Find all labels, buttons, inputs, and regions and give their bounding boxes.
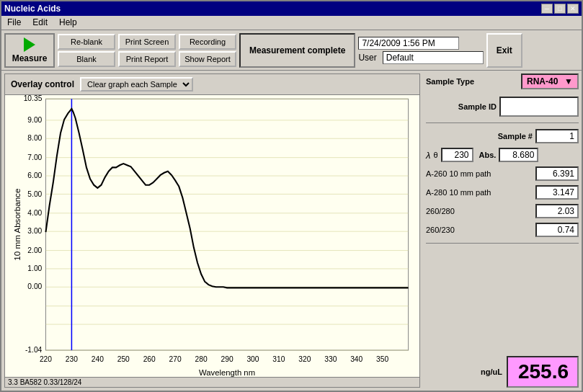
abs-label: Abs. (479, 151, 497, 159)
a260-value: 6.391 (535, 166, 579, 181)
title-bar: Nucleic Acids ─ □ ✕ (1, 1, 582, 16)
exit-button[interactable]: Exit (486, 33, 522, 68)
datetime-section: 7/24/2009 1:56 PM User Default (358, 37, 483, 64)
svg-text:340: 340 (350, 355, 362, 363)
window-title: Nucleic Acids (4, 4, 61, 14)
datetime-row: 7/24/2009 1:56 PM (358, 37, 483, 50)
svg-text:1.00: 1.00 (27, 264, 42, 272)
svg-text:320: 320 (298, 355, 311, 363)
overlay-select[interactable]: Clear graph each Sample (80, 77, 193, 92)
sample-num-field: 1 (535, 129, 579, 143)
sample-id-row: Sample ID (426, 97, 579, 117)
lambda-theta-icon: θ (433, 151, 437, 159)
lambda-input[interactable] (441, 148, 473, 162)
measure-label: Measure (12, 53, 48, 63)
chart-container: 10.35 9.00 8.00 7.00 6.00 5.00 4.00 3.00… (5, 95, 419, 377)
svg-text:8.00: 8.00 (27, 134, 42, 142)
sample-type-dropdown-icon[interactable]: ▼ (564, 76, 573, 86)
measure-button[interactable]: Measure (4, 33, 55, 68)
ratio260-280-value: 2.03 (535, 204, 579, 218)
svg-rect-0 (45, 99, 408, 350)
sample-id-field[interactable] (499, 97, 579, 117)
show-report-button[interactable]: Show Report (179, 51, 236, 67)
ng-ul-label: ng/uL (481, 368, 502, 376)
maximize-button[interactable]: □ (554, 4, 566, 14)
content-area: Overlay control Clear graph each Sample (1, 71, 582, 391)
svg-text:2.00: 2.00 (27, 246, 42, 254)
sample-type-field: RNA-40 ▼ (521, 74, 579, 89)
button-group-2: Print Screen Print Report (118, 34, 176, 67)
button-group-3: Recording Show Report (179, 34, 236, 67)
overlay-label: Overlay control (11, 79, 74, 89)
chart-svg: 10.35 9.00 8.00 7.00 6.00 5.00 4.00 3.00… (5, 95, 419, 377)
svg-text:270: 270 (169, 355, 182, 363)
svg-text:220: 220 (40, 355, 52, 363)
blank-button[interactable]: Blank (58, 51, 115, 67)
svg-text:10.35: 10.35 (24, 95, 43, 102)
sample-id-label: Sample ID (458, 102, 497, 111)
edit-menu[interactable]: Edit (30, 17, 50, 28)
print-screen-button[interactable]: Print Screen (118, 34, 176, 50)
measure-icon (24, 37, 35, 52)
a280-value: 3.147 (535, 185, 579, 200)
main-window: Nucleic Acids ─ □ ✕ File Edit Help Measu… (0, 0, 583, 392)
sample-type-label: Sample Type (426, 77, 474, 86)
a260-label: A-260 10 mm path (426, 169, 491, 178)
svg-text:5.00: 5.00 (27, 190, 42, 197)
close-button[interactable]: ✕ (567, 4, 579, 14)
svg-text:330: 330 (324, 355, 337, 363)
svg-text:Wavelength nm: Wavelength nm (199, 368, 255, 377)
sample-type-value: RNA-40 (527, 76, 558, 86)
title-controls: ─ □ ✕ (541, 4, 579, 14)
svg-text:0.00: 0.00 (27, 282, 42, 290)
lambda-icon: λ (426, 150, 430, 161)
user-row: User Default (358, 51, 483, 64)
svg-text:-1.04: -1.04 (25, 346, 43, 354)
status-bar: 3.3 BA582 0.33/128/24 (5, 377, 419, 387)
minimize-button[interactable]: ─ (541, 4, 553, 14)
sample-num-label: Sample # (498, 132, 533, 141)
user-field: Default (383, 51, 484, 64)
svg-text:6.00: 6.00 (27, 172, 42, 179)
a260-row: A-260 10 mm path 6.391 (426, 166, 579, 181)
print-report-button[interactable]: Print Report (118, 51, 176, 67)
separator-2 (426, 243, 579, 244)
ng-ul-row: ng/uL 255.6 (426, 356, 579, 388)
help-menu[interactable]: Help (56, 17, 80, 28)
ng-ul-value: 255.6 (507, 356, 579, 388)
user-label: User (358, 53, 376, 63)
svg-text:7.00: 7.00 (27, 153, 42, 161)
right-panel: Sample Type RNA-40 ▼ Sample ID Sample # … (423, 71, 582, 391)
graph-area: Overlay control Clear graph each Sample (4, 74, 420, 388)
ratio260-230-row: 260/230 0.74 (426, 223, 579, 237)
sample-type-row: Sample Type RNA-40 ▼ (426, 74, 579, 89)
a280-row: A-280 10 mm path 3.147 (426, 185, 579, 200)
ratio260-280-label: 260/280 (426, 207, 455, 215)
svg-text:260: 260 (143, 355, 156, 363)
button-group-1: Re-blank Blank (58, 34, 115, 67)
toolbar: Measure Re-blank Blank Print Screen Prin… (1, 30, 582, 71)
separator-1 (426, 122, 579, 123)
svg-text:9.00: 9.00 (27, 116, 42, 124)
svg-text:350: 350 (376, 355, 388, 363)
menu-bar: File Edit Help (1, 16, 582, 30)
a280-label: A-280 10 mm path (426, 188, 491, 197)
svg-text:250: 250 (117, 355, 130, 363)
lambda-abs-row: λ θ Abs. 8.680 (426, 148, 579, 162)
reblank-button[interactable]: Re-blank (58, 34, 115, 50)
file-menu[interactable]: File (4, 17, 24, 28)
datetime-field: 7/24/2009 1:56 PM (358, 37, 459, 50)
svg-text:290: 290 (221, 355, 233, 363)
svg-text:300: 300 (246, 355, 259, 363)
ratio260-280-row: 260/280 2.03 (426, 204, 579, 218)
recording-button[interactable]: Recording (179, 34, 236, 50)
svg-text:3.00: 3.00 (27, 227, 42, 235)
measurement-status: Measurement complete (239, 33, 355, 68)
abs-value: 8.680 (499, 148, 538, 162)
sample-num-row: Sample # 1 (426, 129, 579, 143)
ratio260-230-value: 0.74 (535, 223, 579, 237)
overlay-control-bar: Overlay control Clear graph each Sample (5, 74, 419, 95)
status-text: 3.3 BA582 0.33/128/24 (8, 378, 81, 386)
svg-text:240: 240 (92, 355, 104, 363)
svg-text:310: 310 (272, 355, 285, 363)
